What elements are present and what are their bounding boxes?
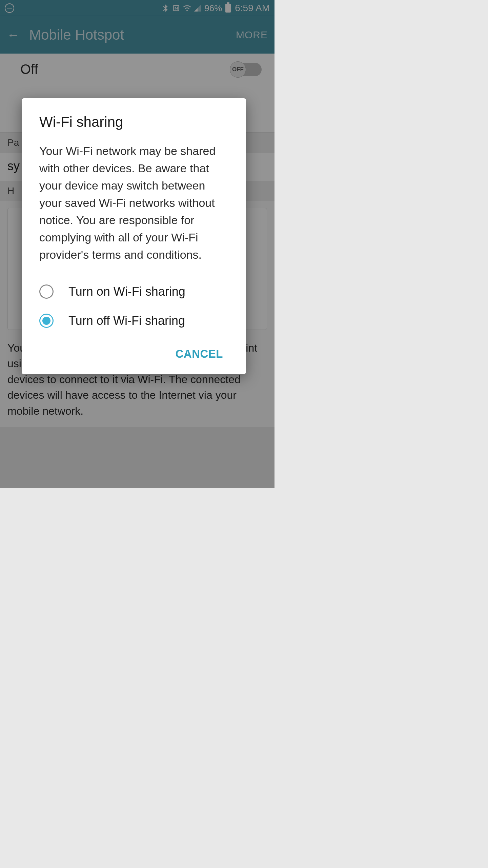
radio-turn-on[interactable] — [39, 284, 54, 299]
cancel-button[interactable]: CANCEL — [170, 343, 229, 364]
dialog-title: Wi-Fi sharing — [39, 114, 228, 130]
radio-turn-off-row[interactable]: Turn off Wi-Fi sharing — [39, 306, 228, 335]
radio-turn-on-label: Turn on Wi-Fi sharing — [68, 284, 185, 299]
wifi-sharing-dialog: Wi-Fi sharing Your Wi-Fi network may be … — [22, 98, 246, 374]
radio-turn-off[interactable] — [39, 314, 54, 328]
radio-turn-on-row[interactable]: Turn on Wi-Fi sharing — [39, 277, 228, 306]
radio-turn-off-label: Turn off Wi-Fi sharing — [68, 314, 185, 328]
dialog-body: Your Wi-Fi network may be shared with ot… — [39, 142, 228, 263]
